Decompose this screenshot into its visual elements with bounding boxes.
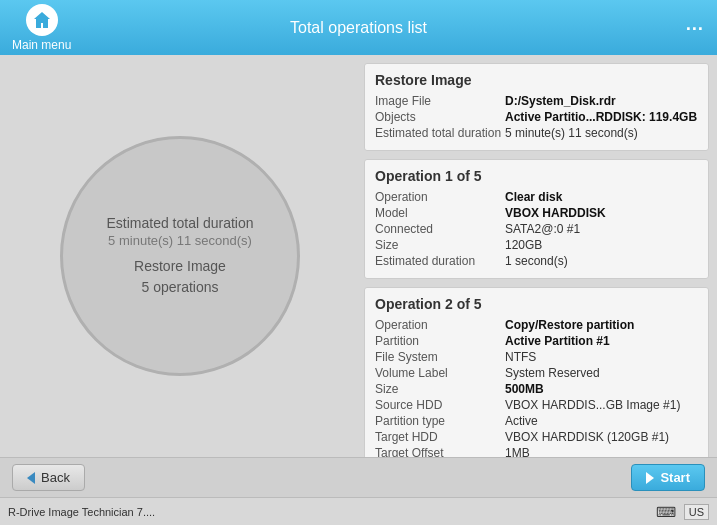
restore-label: Restore Image xyxy=(134,258,226,274)
page-title: Total operations list xyxy=(290,19,427,37)
op-row: Operation Clear disk xyxy=(375,190,698,204)
op-val: Copy/Restore partition xyxy=(505,318,634,332)
keyboard-icon: ⌨ xyxy=(656,504,676,520)
back-arrow-icon xyxy=(27,472,35,484)
start-label: Start xyxy=(660,470,690,485)
op-val: 1MB xyxy=(505,446,530,457)
back-button[interactable]: Back xyxy=(12,464,85,491)
header: Main menu Total operations list ⋯ xyxy=(0,0,717,55)
op-val: NTFS xyxy=(505,350,536,364)
main-menu-button[interactable]: Main menu xyxy=(12,4,71,52)
op-key: Volume Label xyxy=(375,366,505,380)
op-key: Operation xyxy=(375,190,505,204)
op-key: Connected xyxy=(375,222,505,236)
op-key: Partition xyxy=(375,334,505,348)
estimated-duration-label: Estimated total duration xyxy=(106,214,253,234)
op-row: Volume Label System Reserved xyxy=(375,366,698,380)
home-icon xyxy=(26,4,58,36)
summary-circle: Estimated total duration 5 minute(s) 11 … xyxy=(60,136,300,376)
op-row: Connected SATA2@:0 #1 xyxy=(375,222,698,236)
back-label: Back xyxy=(41,470,70,485)
op-key: Target Offset xyxy=(375,446,505,457)
op-key: Size xyxy=(375,382,505,396)
op-key: Estimated total duration xyxy=(375,126,505,140)
op-card-restore: Restore Image Image File D:/System_Disk.… xyxy=(364,63,709,151)
more-options-button[interactable]: ⋯ xyxy=(685,17,705,39)
op-val: VBOX HARDDISK xyxy=(505,206,606,220)
op-val: VBOX HARDDISK (120GB #1) xyxy=(505,430,669,444)
op-row: Estimated total duration 5 minute(s) 11 … xyxy=(375,126,698,140)
bottom-bar: Back Start xyxy=(0,457,717,497)
op-row: Model VBOX HARDDISK xyxy=(375,206,698,220)
status-bar: R-Drive Image Technician 7.... ⌨ US xyxy=(0,497,717,525)
op-key: Operation xyxy=(375,318,505,332)
op-card-title-restore: Restore Image xyxy=(375,72,698,88)
op-val: System Reserved xyxy=(505,366,600,380)
op-row: Objects Active Partitio...RDDISK: 119.4G… xyxy=(375,110,698,124)
op-val: 120GB xyxy=(505,238,542,252)
restore-info: Restore Image 5 operations xyxy=(134,256,226,298)
op-card-1: Operation 1 of 5 Operation Clear disk Mo… xyxy=(364,159,709,279)
op-row: Estimated duration 1 second(s) xyxy=(375,254,698,268)
op-row: Partition type Active xyxy=(375,414,698,428)
op-val: VBOX HARDDIS...GB Image #1) xyxy=(505,398,680,412)
op-val: D:/System_Disk.rdr xyxy=(505,94,616,108)
op-val: 5 minute(s) 11 second(s) xyxy=(505,126,638,140)
op-key: Model xyxy=(375,206,505,220)
op-row: Size 120GB xyxy=(375,238,698,252)
op-key: Estimated duration xyxy=(375,254,505,268)
main-content: Estimated total duration 5 minute(s) 11 … xyxy=(0,55,717,457)
start-arrow-icon xyxy=(646,472,654,484)
duration-value: 5 minute(s) 11 second(s) xyxy=(108,233,252,248)
app-name: R-Drive Image Technician 7.... xyxy=(8,506,155,518)
op-card-title-1: Operation 1 of 5 xyxy=(375,168,698,184)
main-menu-label: Main menu xyxy=(12,38,71,52)
op-row: File System NTFS xyxy=(375,350,698,364)
lang-badge: US xyxy=(684,504,709,520)
op-val: Active Partitio...RDDISK: 119.4GB xyxy=(505,110,697,124)
op-card-2: Operation 2 of 5 Operation Copy/Restore … xyxy=(364,287,709,457)
op-key: Source HDD xyxy=(375,398,505,412)
op-row: Operation Copy/Restore partition xyxy=(375,318,698,332)
op-val: 1 second(s) xyxy=(505,254,568,268)
op-row: Source HDD VBOX HARDDIS...GB Image #1) xyxy=(375,398,698,412)
op-key: Size xyxy=(375,238,505,252)
left-panel: Estimated total duration 5 minute(s) 11 … xyxy=(0,55,360,457)
op-val: Active Partition #1 xyxy=(505,334,610,348)
op-key: Image File xyxy=(375,94,505,108)
operations-count: 5 operations xyxy=(141,279,218,295)
op-key: File System xyxy=(375,350,505,364)
op-row: Image File D:/System_Disk.rdr xyxy=(375,94,698,108)
op-val: SATA2@:0 #1 xyxy=(505,222,580,236)
status-right: ⌨ US xyxy=(656,504,709,520)
op-val: Clear disk xyxy=(505,190,562,204)
op-row: Target HDD VBOX HARDDISK (120GB #1) xyxy=(375,430,698,444)
start-button[interactable]: Start xyxy=(631,464,705,491)
op-row: Partition Active Partition #1 xyxy=(375,334,698,348)
op-row: Target Offset 1MB xyxy=(375,446,698,457)
op-val: Active xyxy=(505,414,538,428)
op-val: 500MB xyxy=(505,382,544,396)
operations-list[interactable]: Restore Image Image File D:/System_Disk.… xyxy=(360,55,717,457)
op-key: Objects xyxy=(375,110,505,124)
op-key: Partition type xyxy=(375,414,505,428)
op-row: Size 500MB xyxy=(375,382,698,396)
op-card-title-2: Operation 2 of 5 xyxy=(375,296,698,312)
op-key: Target HDD xyxy=(375,430,505,444)
